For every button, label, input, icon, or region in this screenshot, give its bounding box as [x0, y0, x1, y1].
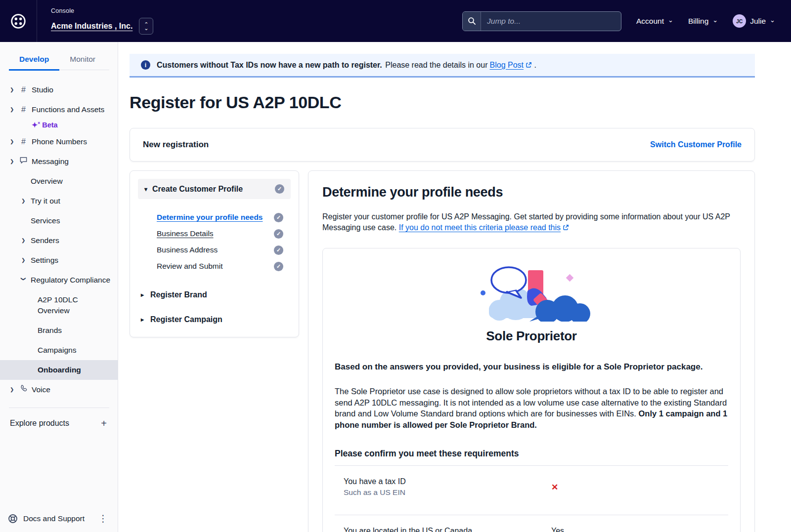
banner-bold-text: Customers without Tax IDs now have a new… [157, 61, 382, 69]
user-menu[interactable]: JC Julie ⌄ [733, 14, 775, 28]
account-name-link[interactable]: Acme Industries , Inc. [51, 22, 132, 31]
banner-text: Customers without Tax IDs now have a new… [157, 61, 536, 70]
sidebar-item-onboarding[interactable]: Onboarding [0, 360, 118, 380]
sidebar-item-label: Senders [31, 235, 59, 246]
twilio-logo-icon [11, 14, 26, 29]
account-switcher-button[interactable]: ⌃ ⌄ [139, 18, 153, 35]
banner-suffix: . [534, 61, 536, 69]
check-circle-icon: ✓ [274, 213, 283, 222]
sidebar-item-services[interactable]: ❯ Services [0, 211, 118, 231]
triangle-right-icon: ▸ [141, 292, 144, 298]
stepper-section-label: Register Campaign [150, 315, 222, 324]
sidebar-tabs: Develop Monitor [9, 51, 109, 70]
triangle-right-icon: ▸ [141, 317, 144, 323]
tab-develop[interactable]: Develop [9, 51, 59, 71]
chevron-right-icon: ❯ [21, 255, 27, 266]
info-icon: i [141, 60, 150, 70]
step-label[interactable]: Review and Submit [157, 262, 223, 271]
sidebar-item-campaigns[interactable]: Campaigns [0, 340, 118, 360]
sidebar-item-label: Voice [32, 384, 50, 395]
sidebar-item-messaging[interactable]: ❯ Messaging [0, 152, 118, 171]
sidebar-item-phone-numbers[interactable]: ❯ # Phone Numbers [0, 132, 118, 152]
sidebar-item-senders[interactable]: ❯ Senders [0, 231, 118, 250]
sole-proprietor-card: Sole Proprietor Based on the answers you… [322, 248, 741, 532]
search-input[interactable] [481, 12, 621, 31]
docs-and-support-button[interactable]: Docs and Support [8, 514, 85, 524]
kebab-menu-icon[interactable]: ⋮ [95, 513, 111, 524]
sidebar: Develop Monitor ❯ # Studio ❯ # Functions… [0, 42, 118, 532]
package-description: The Sole Proprietor use case is designed… [335, 386, 728, 430]
eligibility-statement: Based on the answers you provided, your … [335, 362, 728, 372]
beta-badge-label: Beta [42, 121, 57, 129]
sidebar-item-label: Overview [31, 176, 63, 187]
chevron-right-icon: ❯ [21, 196, 27, 206]
console-label: Console [51, 7, 153, 14]
account-block: Console Acme Industries , Inc. ⌃ ⌄ [51, 7, 153, 35]
search-icon [468, 17, 476, 25]
explore-products-button[interactable]: Explore products + [0, 411, 118, 436]
jump-to-search [462, 11, 621, 31]
sparkle-icon: ✦ [32, 121, 38, 129]
twilio-logo[interactable] [0, 0, 37, 42]
step-review-and-submit[interactable]: Review and Submit ✓ [157, 260, 291, 273]
billing-menu-label: Billing [688, 17, 708, 26]
stepper-section-register-campaign[interactable]: ▸ Register Campaign [138, 315, 291, 324]
panel-intro: Register your customer profile for US A2… [322, 211, 740, 233]
sidebar-item-settings[interactable]: ❯ Settings [0, 250, 118, 270]
tab-monitor[interactable]: Monitor [59, 51, 106, 70]
explore-products-label: Explore products [10, 419, 69, 428]
sidebar-item-label: Settings [31, 255, 58, 266]
sidebar-item-label: Regulatory Compliance [31, 275, 110, 286]
account-menu[interactable]: Account ⌄ [636, 17, 673, 26]
profile-needs-panel: Determine your profile needs Register yo… [308, 170, 755, 532]
beta-badge[interactable]: ✦× Beta [0, 120, 118, 132]
criteria-link[interactable]: If you do not meet this criteria please … [399, 223, 561, 232]
sidebar-item-functions-and-assets[interactable]: ❯ # Functions and Assets [0, 100, 118, 120]
step-business-address[interactable]: Business Address ✓ [157, 244, 291, 256]
sidebar-nav: ❯ # Studio ❯ # Functions and Assets ✦× B… [0, 70, 118, 400]
phone-icon [19, 384, 28, 395]
sidebar-item-label: Functions and Assets [32, 104, 104, 115]
stepper-section-register-brand[interactable]: ▸ Register Brand [138, 290, 291, 299]
step-determine-profile-needs[interactable]: Determine your profile needs ✓ [157, 211, 291, 224]
step-label[interactable]: Business Address [157, 246, 218, 254]
step-label[interactable]: Business Details [157, 229, 214, 238]
sidebar-item-overview[interactable]: ❯ Overview [0, 171, 118, 191]
billing-menu[interactable]: Billing ⌄ [688, 17, 718, 26]
sparkle-x-icon: × [38, 121, 40, 125]
life-ring-icon [8, 514, 18, 524]
sidebar-item-label: Onboarding [38, 365, 81, 375]
switch-customer-profile-link[interactable]: Switch Customer Profile [650, 140, 742, 149]
chevron-right-icon: ❯ [10, 384, 15, 395]
chevron-right-icon: ❯ [10, 156, 15, 167]
step-label[interactable]: Determine your profile needs [157, 213, 263, 222]
sidebar-item-voice[interactable]: ❯ Voice [0, 380, 118, 400]
registration-stepper: ▾ Create Customer Profile ✓ Determine yo… [130, 170, 299, 337]
sidebar-item-studio[interactable]: ❯ # Studio [0, 80, 118, 100]
sidebar-item-a2p-10dlc-overview[interactable]: A2P 10DLC Overview [0, 290, 118, 321]
chat-bubble-icon [19, 156, 28, 167]
sidebar-item-label: Brands [38, 325, 62, 336]
sidebar-item-try-it-out[interactable]: ❯ Try it out [0, 191, 118, 211]
chevron-right-icon: ❯ [10, 84, 15, 95]
sidebar-item-label: Try it out [31, 196, 60, 206]
requirement-value-fail: ✕ [551, 482, 728, 492]
registration-card-title: New registration [143, 140, 209, 150]
check-circle-icon: ✓ [274, 246, 283, 255]
top-navbar: Console Acme Industries , Inc. ⌃ ⌄ Accou… [0, 0, 791, 42]
sidebar-item-regulatory-compliance[interactable]: ❯ Regulatory Compliance [0, 270, 118, 290]
navbar-menus: Account ⌄ Billing ⌄ JC Julie ⌄ [636, 14, 775, 28]
sidebar-divider [9, 408, 109, 408]
stepper-section-create-customer-profile[interactable]: ▾ Create Customer Profile ✓ [138, 179, 291, 199]
step-business-details[interactable]: Business Details ✓ [157, 227, 291, 240]
avatar: JC [733, 14, 746, 28]
chevron-right-icon: ❯ [10, 136, 15, 147]
blog-post-link[interactable]: Blog Post [490, 61, 524, 69]
sidebar-item-brands[interactable]: Brands [0, 321, 118, 340]
requirement-label: You have a tax ID [344, 476, 551, 487]
chevron-down-icon: ⌄ [712, 18, 718, 23]
package-name: Sole Proprietor [335, 328, 728, 344]
sidebar-item-label: Campaigns [38, 345, 76, 356]
search-button[interactable] [463, 12, 481, 31]
user-name: Julie [750, 17, 766, 26]
